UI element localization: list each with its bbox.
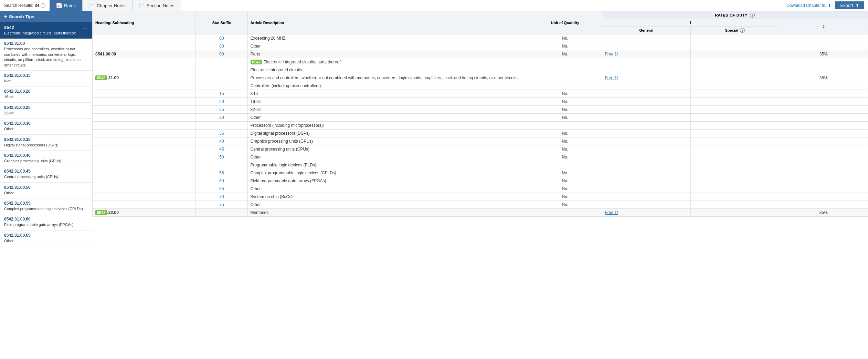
stat-link[interactable]: 35 [219,131,224,136]
stat-cell[interactable]: 65 [196,185,247,193]
stat-cell[interactable]: 20 [196,98,247,106]
special-cell [690,137,779,145]
sidebar-item-8[interactable]: 8542.31.00.50 Other [0,183,92,198]
special-cell [690,90,779,98]
general-cell[interactable]: Free 1/ [602,209,690,217]
stat-link[interactable]: 60 [219,36,224,41]
row-heading: 8542.31.00 [93,74,196,82]
stat-link[interactable]: 50 [219,155,224,160]
stat-link[interactable]: 00 [219,52,224,57]
sidebar-item-4[interactable]: 8542.31.00.30 Other [0,119,92,134]
section-notes-doc-icon: 📄 [139,3,145,8]
stat-link[interactable]: 55 [219,171,224,175]
rates-info-icon[interactable]: i [750,13,755,18]
general-cell [602,145,690,153]
desc-cell: Parts [247,50,528,58]
table-row: 20 16-bit No. [93,98,868,106]
unit-cell: No. [528,169,602,177]
sidebar-item-9[interactable]: 8542.31.00.55 Complex programmable logic… [0,198,92,214]
stat-cell[interactable]: 80 [196,42,247,50]
stat-cell[interactable]: 00 [196,50,247,58]
unit-cell: No. [528,130,602,137]
stat-cell[interactable]: 50 [196,153,247,161]
unit-cell: No. [528,114,602,122]
stat-cell [196,74,247,82]
search-results-info-icon[interactable]: i [41,3,45,8]
stat-link[interactable]: 65 [219,186,224,191]
sidebar-active-item[interactable]: 8542 Electronic integrated circuits; par… [0,22,92,39]
stat-cell[interactable]: 25 [196,106,247,114]
stat-cell[interactable]: 75 [196,201,247,209]
th-rates-of-duty: RATES OF DUTY i [602,11,868,19]
sidebar-item-desc-5: Digital signal processors (DSPs) [4,143,88,148]
stat-cell[interactable]: 60 [196,177,247,185]
th-article-desc: Article Description [247,11,528,34]
search-tips-header[interactable]: + Search Tips [0,11,92,22]
sidebar-item-desc-11: Other [4,238,88,244]
stat-link[interactable]: 25 [219,107,224,112]
stat-link[interactable]: 75 [219,202,224,207]
general-cell[interactable]: Free 1/ [602,74,690,82]
special-cell [690,74,779,82]
stat-cell[interactable]: 15 [196,90,247,98]
stat-link[interactable]: 40 [219,139,224,144]
sidebar-item-11[interactable]: 8542.31.00.65 Other [0,230,92,246]
desc-cell: Processors (including microprocessors): [247,122,528,130]
stat-link[interactable]: 80 [219,44,224,49]
row-heading [93,66,196,74]
stat-link[interactable]: 45 [219,147,224,152]
sidebar-item-1[interactable]: 8542.31.00.15 8-bit [0,71,92,86]
general-cell[interactable]: Free 1/ [602,50,690,58]
table-row: 40 Graphics processing units (GPUs) No. [93,137,868,145]
stat-cell[interactable]: 35 [196,130,247,137]
stat-link[interactable]: 15 [219,91,224,96]
stat-cell[interactable]: 45 [196,145,247,153]
col2-cell [779,34,868,42]
sidebar-item-10[interactable]: 8542.31.00.60 Field programmable gate ar… [0,214,92,230]
stat-link[interactable]: 70 [219,194,224,199]
sidebar-item-2[interactable]: 8542.31.00.20 16-bit [0,86,92,102]
desc-cell: Other [247,42,528,50]
stat-link[interactable]: 60 [219,178,224,183]
export-button[interactable]: Export ⬆ [835,1,864,9]
stat-cell[interactable]: 40 [196,137,247,145]
chapter-notes-doc-icon: 📄 [89,3,95,8]
unit-cell [528,58,602,66]
desc-cell: Exceeding 20 MHZ [247,34,528,42]
stat-cell[interactable]: 30 [196,114,247,122]
sidebar-item-6[interactable]: 8542.31.00.40 Graphics processing units … [0,151,92,166]
tab-section-notes[interactable]: 📄 Section Notes [132,0,181,11]
row-heading [93,153,196,161]
general-cell [602,201,690,209]
stat-link[interactable]: 30 [219,115,224,120]
special-cell [690,185,779,193]
desc-cell: Other [247,153,528,161]
stat-cell[interactable]: 55 [196,169,247,177]
tab-rates[interactable]: 📈 Rates [50,0,82,11]
download-chapter-link[interactable]: Download Chapter 85 ⬇ [786,3,831,8]
sidebar-item-code-2: 8542.31.00.20 [4,89,88,94]
sidebar-item-5[interactable]: 8542.31.00.35 Digital signal processors … [0,135,92,151]
row-heading: 8541.90.00 [93,50,196,58]
stat-link[interactable]: 20 [219,99,224,104]
top-right-actions: Download Chapter 85 ⬇ Export ⬆ [786,1,868,9]
th-unit: Unit of Quantity [528,11,602,34]
table-body: 60 Exceeding 20 MHZ No. 80 Other No. [93,34,868,217]
col2-cell [779,193,868,201]
sidebar-item-desc-9: Complex programmable logic devices (CPLD… [4,206,88,212]
table-row: 55 Complex programmable logic devices (C… [93,169,868,177]
sidebar-item-0[interactable]: 8542.31.00 Processors and controllers, w… [0,39,92,71]
tab-chapter-notes[interactable]: 📄 Chapter Notes [82,0,132,11]
general-cell [602,42,690,50]
unit-cell: No. [528,193,602,201]
unit-cell: No. [528,153,602,161]
special-info-icon[interactable]: i [740,28,745,33]
unit-cell [528,209,602,217]
special-cell [690,209,779,217]
sidebar-item-desc-2: 16-bit [4,94,88,100]
sidebar-item-3[interactable]: 8542.31.00.25 32-bit [0,103,92,119]
sidebar-item-7[interactable]: 8542.31.00.45 Central processing units (… [0,166,92,182]
stat-cell[interactable]: 60 [196,34,247,42]
stat-cell[interactable]: 70 [196,193,247,201]
table-row: 8542.31.00 Processors and controllers, w… [93,74,868,82]
